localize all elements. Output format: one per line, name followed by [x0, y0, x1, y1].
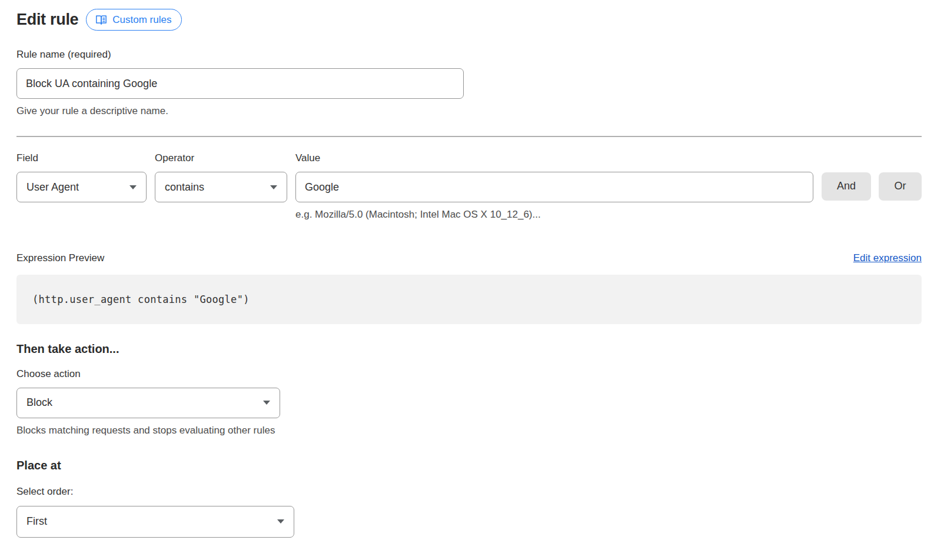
value-input[interactable] [295, 172, 813, 202]
action-select[interactable]: Block [16, 388, 280, 418]
expression-preview-box: (http.user_agent contains "Google") [16, 275, 922, 324]
expression-preview-label: Expression Preview [16, 252, 104, 264]
field-select[interactable]: User Agent [16, 172, 147, 202]
edit-expression-link[interactable]: Edit expression [853, 252, 922, 264]
operator-column: Operator contains [155, 152, 287, 202]
chevron-down-icon [263, 401, 270, 405]
expression-header: Expression Preview Edit expression [16, 252, 922, 264]
order-select-value: First [26, 515, 47, 528]
page-header: Edit rule Custom rules [16, 9, 922, 31]
connector-buttons: And Or [822, 152, 922, 201]
value-column: Value e.g. Mozilla/5.0 (Macintosh; Intel… [295, 152, 813, 221]
operator-label: Operator [155, 152, 287, 164]
section-divider [16, 136, 922, 137]
and-button[interactable]: And [822, 172, 871, 201]
action-select-value: Block [26, 396, 52, 409]
custom-rules-button-label: Custom rules [112, 15, 171, 25]
field-select-value: User Agent [26, 181, 79, 194]
chevron-down-icon [129, 185, 137, 189]
value-label: Value [295, 152, 813, 164]
placement-section-heading: Place at [16, 459, 922, 472]
order-select[interactable]: First [16, 506, 294, 538]
rule-name-label: Rule name (required) [16, 49, 922, 61]
edit-rule-page: Edit rule Custom rules Rule name (requir… [0, 0, 934, 538]
condition-row: Field User Agent Operator contains Value… [16, 152, 922, 221]
rule-name-helper: Give your rule a descriptive name. [16, 105, 922, 117]
choose-action-label: Choose action [16, 368, 922, 380]
field-column: Field User Agent [16, 152, 147, 202]
chevron-down-icon [270, 185, 277, 189]
action-section-heading: Then take action... [16, 342, 922, 356]
expression-code: (http.user_agent contains "Google") [32, 294, 250, 305]
select-order-label: Select order: [16, 486, 922, 498]
action-helper: Blocks matching requests and stops evalu… [16, 425, 922, 436]
rule-name-input[interactable] [16, 68, 464, 99]
operator-select-value: contains [165, 181, 204, 194]
chevron-down-icon [277, 519, 284, 524]
page-title: Edit rule [16, 11, 78, 29]
value-helper: e.g. Mozilla/5.0 (Macintosh; Intel Mac O… [295, 209, 813, 221]
operator-select[interactable]: contains [155, 172, 287, 202]
or-button[interactable]: Or [879, 172, 922, 201]
custom-rules-docs-button[interactable]: Custom rules [86, 9, 182, 31]
field-label: Field [16, 152, 147, 164]
open-book-icon [95, 15, 107, 25]
